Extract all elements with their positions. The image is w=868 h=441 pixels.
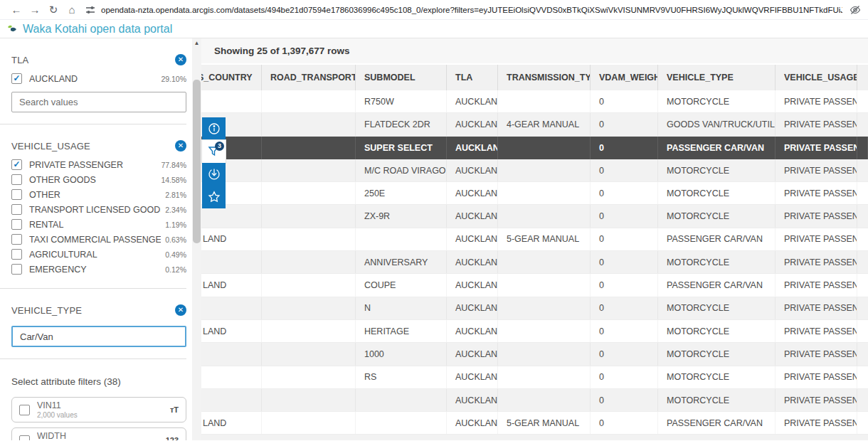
table-row[interactable]: ZX-9RAUCKLAND0MOTORCYCLEPRIVATE PASSENGE… — [201, 205, 868, 228]
filter-value-percent: 0.63% — [165, 235, 186, 244]
checkbox[interactable] — [11, 174, 22, 185]
info-button[interactable] — [202, 117, 226, 140]
table-row[interactable]: 1000AUCKLAND0MOTORCYCLEPRIVATE PASSENGER — [201, 343, 868, 366]
scrollbar-up-arrow-icon[interactable]: ▲ — [192, 40, 201, 46]
table-cell — [857, 320, 868, 342]
table-cell: AUCKLAND — [447, 228, 498, 250]
column-header[interactable]: VDAM_WEIGHT — [591, 65, 658, 90]
table-cell — [262, 113, 356, 135]
table-row[interactable]: FLATDECK 2DRAUCKLAND4-GEAR MANUAL0GOODS … — [201, 113, 868, 136]
filter-value-row[interactable]: TAXI COMMERCIAL PASSENGER 0.63% — [11, 232, 192, 247]
filter-value-row[interactable]: AGRICULTURAL 0.49% — [11, 247, 192, 262]
table-cell — [857, 90, 868, 112]
tla-remove-filter-icon[interactable]: ✕ — [175, 54, 186, 65]
table-cell: PRIVATE PASSENGER — [776, 90, 857, 112]
reload-button[interactable]: ↻ — [44, 4, 63, 16]
table-row[interactable]: LANDHERITAGEAUCKLAND0MOTORCYCLEPRIVATE P… — [201, 320, 868, 343]
vehicle-type-remove-filter-icon[interactable]: ✕ — [175, 304, 186, 316]
table-cell — [857, 274, 868, 296]
table-cell: 0 — [591, 412, 658, 434]
filter-value-row[interactable]: TRANSPORT LICENSED GOODS 2.34% — [11, 202, 192, 217]
table-cell — [262, 389, 356, 411]
site-settings-icon[interactable] — [85, 5, 95, 15]
table-cell — [262, 228, 356, 250]
vehicle-usage-value-list: PRIVATE PASSENGER 77.84% OTHER GOODS 14.… — [11, 157, 192, 277]
checkbox[interactable] — [11, 264, 22, 275]
table-cell — [201, 343, 262, 365]
waka-kotahi-logo-icon — [7, 24, 18, 33]
filter-value-row[interactable]: AUCKLAND 29.10% — [11, 71, 192, 86]
table-row[interactable]: LANDCOUPEAUCKLAND0PASSENGER CAR/VANPRIVA… — [201, 274, 868, 297]
attribute-filter-card[interactable]: VIN11 2,000 values тT — [11, 397, 186, 423]
filter-button[interactable]: 3 — [202, 140, 226, 163]
table-cell — [262, 251, 356, 273]
column-header[interactable] — [857, 65, 868, 90]
column-header[interactable]: VEHICLE_USAGE — [776, 65, 857, 90]
attribute-filter-card[interactable]: WIDTH 0 to 42,250 123 — [11, 427, 186, 440]
checkbox[interactable] — [11, 159, 22, 170]
table-cell: 0 — [591, 297, 658, 319]
table-cell: PASSENGER CAR/VAN — [658, 274, 776, 296]
vehicle-usage-section-title: VEHICLE_USAGE — [11, 141, 90, 152]
back-button[interactable]: ← — [7, 4, 26, 16]
forward-button[interactable]: → — [26, 4, 44, 16]
table-cell — [262, 412, 356, 434]
column-header[interactable]: SUBMODEL — [356, 65, 447, 90]
table-cell: R750W — [356, 90, 447, 112]
table-row[interactable]: RSAUCKLAND0MOTORCYCLEPRIVATE PASSENGER — [201, 366, 868, 389]
table-row-selected[interactable]: SUPER SELECTAUCKLAND0PASSENGER CAR/VANPR… — [201, 137, 868, 159]
column-header[interactable]: TRANSMISSION_TYPE — [498, 65, 591, 90]
checkbox[interactable] — [11, 249, 22, 260]
filter-value-row[interactable]: EMERGENCY 0.12% — [11, 262, 192, 277]
filter-value-percent: 2.34% — [165, 206, 186, 214]
download-button[interactable] — [202, 163, 226, 186]
home-button[interactable]: ⌂ — [63, 4, 81, 16]
eye-blocked-icon[interactable] — [850, 5, 861, 15]
filter-value-row[interactable]: RENTAL 1.19% — [11, 217, 192, 232]
filter-value-label: EMERGENCY — [29, 265, 161, 275]
checkbox[interactable] — [11, 219, 22, 230]
checkbox[interactable] — [11, 73, 22, 84]
checkbox[interactable] — [19, 405, 30, 415]
table-cell: PRIVATE PASSENGER — [776, 205, 857, 227]
portal-title[interactable]: Waka Kotahi open data portal — [23, 23, 172, 36]
table-cell: 4-GEAR MANUAL — [498, 113, 591, 135]
filter-value-percent: 14.58% — [161, 176, 186, 184]
filter-value-percent: 29.10% — [161, 75, 186, 83]
table-row[interactable]: R750WAUCKLAND0MOTORCYCLEPRIVATE PASSENGE… — [201, 90, 868, 113]
table-cell: AUCKLAND — [447, 412, 498, 434]
favorite-button[interactable] — [202, 186, 226, 208]
table-cell — [857, 182, 868, 204]
column-header[interactable]: S_COUNTRY — [201, 65, 262, 90]
table-row[interactable]: M/C ROAD VIRAGOAUCKLAND0MOTORCYCLEPRIVAT… — [201, 159, 868, 182]
vehicle-usage-remove-filter-icon[interactable]: ✕ — [175, 140, 186, 152]
table-row[interactable]: ANNIVERSARYAUCKLAND0MOTORCYCLEPRIVATE PA… — [201, 251, 868, 274]
address-bar[interactable]: opendata-nzta.opendata.arcgis.com/datase… — [85, 5, 842, 15]
checkbox[interactable] — [19, 435, 30, 441]
filter-value-row[interactable]: OTHER 2.81% — [11, 187, 192, 202]
scrollbar-thumb[interactable] — [193, 80, 201, 243]
table-row[interactable]: LANDAUCKLAND5-GEAR MANUAL0PASSENGER CAR/… — [201, 412, 868, 435]
filter-value-label: AUCKLAND — [29, 74, 157, 84]
column-header[interactable]: TLA — [447, 65, 498, 90]
table-row[interactable]: 250EAUCKLAND0MOTORCYCLEPRIVATE PASSENGER — [201, 182, 868, 205]
filter-value-label: PRIVATE PASSENGER — [29, 160, 157, 170]
filter-sidebar: TLA ✕ AUCKLAND 29.10% VEHICLE_USAGE ✕ PR… — [0, 38, 192, 440]
table-cell — [857, 113, 868, 135]
table-row[interactable]: AUCKLAND0MOTORCYCLEPRIVATE PASSENGER — [201, 389, 868, 412]
table-cell — [262, 366, 356, 388]
filter-value-row[interactable]: OTHER GOODS 14.58% — [11, 172, 192, 187]
sidebar-scrollbar[interactable]: ▲ — [192, 38, 201, 440]
checkbox[interactable] — [11, 204, 22, 215]
checkbox[interactable] — [11, 234, 22, 245]
column-header[interactable]: ROAD_TRANSPORT_CODE — [262, 65, 356, 90]
vehicle-type-search-input[interactable] — [11, 326, 186, 347]
column-header[interactable]: VEHICLE_TYPE — [658, 65, 776, 90]
tla-search-input[interactable] — [11, 92, 186, 112]
filter-value-row[interactable]: PRIVATE PASSENGER 77.84% — [11, 157, 192, 172]
table-cell: PRIVATE PASSENGER — [776, 159, 857, 181]
table-header-row: S_COUNTRYROAD_TRANSPORT_CODESUBMODELTLAT… — [201, 65, 868, 90]
table-row[interactable]: NAUCKLAND0MOTORCYCLEPRIVATE PASSENGER — [201, 297, 868, 320]
checkbox[interactable] — [11, 189, 22, 200]
table-row[interactable]: LANDAUCKLAND5-GEAR MANUAL0PASSENGER CAR/… — [201, 228, 868, 251]
